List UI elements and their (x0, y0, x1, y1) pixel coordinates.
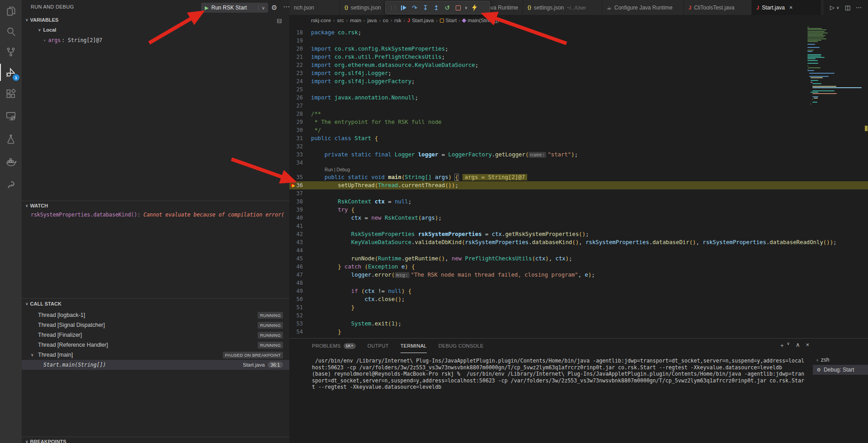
code-line-41[interactable]: 41 (289, 222, 868, 230)
breadcrumb-item[interactable]: src (337, 18, 344, 23)
code-line-53[interactable]: 53 System.exit(1); (289, 320, 868, 328)
restart-icon[interactable]: ↺ (442, 2, 453, 13)
code-line-45[interactable]: 45 runNode(Runtime.getRuntime(), new Pre… (289, 254, 868, 263)
code-line-49[interactable]: 49 if (ctx != null) { (289, 287, 868, 295)
call-stack-thread[interactable]: Thread [Finalizer]RUNNING (22, 330, 289, 340)
code-line-26[interactable]: 26import javax.annotation.Nonnull; (289, 94, 868, 102)
source-control-icon[interactable] (0, 42, 22, 62)
breadcrumb-item[interactable]: Start (440, 18, 457, 23)
breadcrumb-item[interactable]: main (350, 18, 361, 23)
call-stack-thread[interactable]: ∨Thread [main]PAUSED ON BREAKPOINT (22, 350, 289, 360)
call-stack-thread[interactable]: Thread [Signal Dispatcher]RUNNING (22, 320, 289, 330)
line-number[interactable]: 46 (289, 263, 311, 271)
code-line-36[interactable]: 36▶ setUpThread(Thread.currentThread()); (289, 181, 868, 189)
hot-code-replace-icon[interactable] (469, 2, 480, 13)
breadcrumb-item[interactable]: rskj-core (311, 18, 331, 23)
code-line-48[interactable]: 48 (289, 279, 868, 287)
breadcrumb-item[interactable]: co (383, 18, 388, 23)
panel-tab-problems[interactable]: PROBLEMS1K+ (312, 339, 356, 353)
line-number[interactable]: 50 (289, 295, 311, 303)
panel-tab-output[interactable]: OUTPUT (368, 339, 389, 353)
tab-clitoolstest-java[interactable]: JCliToolsTest.java (684, 0, 752, 15)
line-number[interactable]: 31 (289, 134, 311, 142)
step-into-icon[interactable]: ↧ (420, 2, 431, 13)
line-number[interactable]: 40 (289, 214, 311, 222)
line-number[interactable]: 53 (289, 320, 311, 328)
code-line-40[interactable]: 40 ctx = new RskContext(args); (289, 214, 868, 222)
new-terminal-icon[interactable]: ＋ (779, 341, 785, 349)
code-line-34[interactable]: 34 (289, 159, 868, 167)
line-number[interactable]: 42 (289, 230, 311, 238)
tab-settings-json[interactable]: {}settings.json~/.../User (523, 0, 602, 15)
line-number[interactable]: 28 (289, 110, 311, 118)
code-line-19[interactable]: 19 (289, 37, 868, 45)
code-line-28[interactable]: 28/** (289, 110, 868, 118)
breakpoints-section-header[interactable]: ∨ BREAKPOINTS (25, 439, 66, 443)
code-line-33[interactable]: 33 private static final Logger logger = … (289, 151, 868, 159)
line-number[interactable]: 39 (289, 206, 311, 214)
tab-start-java[interactable]: JStart.java× (752, 0, 821, 15)
code-line-25[interactable]: 25 (289, 85, 868, 94)
explorer-icon[interactable] (0, 1, 22, 22)
line-number[interactable]: 19 (289, 37, 311, 45)
terminal-chevron-icon[interactable]: ∨ (787, 341, 790, 349)
maximize-panel-icon[interactable]: ∧ (796, 341, 800, 349)
more-actions-icon[interactable]: ⋯ (283, 3, 290, 11)
line-number[interactable]: 54 (289, 328, 311, 336)
testing-icon[interactable] (0, 129, 22, 150)
codelens-run-debug[interactable]: Run | Debug (325, 167, 868, 173)
line-number[interactable]: 52 (289, 311, 311, 320)
run-file-icon[interactable]: ▷ (830, 4, 835, 11)
line-number[interactable]: 47 (289, 271, 311, 279)
code-line-37[interactable]: 37 (289, 189, 868, 198)
breadcrumb-item[interactable]: JStart.java (407, 18, 434, 23)
drag-handle-icon[interactable]: ⋮⋮ (389, 5, 397, 11)
stop-chevron-icon[interactable]: ∨ (463, 2, 469, 13)
close-icon[interactable]: × (789, 4, 793, 11)
line-number[interactable]: 34 (289, 159, 311, 167)
close-panel-icon[interactable]: × (806, 341, 809, 349)
watch-section-header[interactable]: ∨ WATCH (25, 203, 48, 208)
code-line-44[interactable]: 44 (289, 246, 868, 254)
docker-icon[interactable] (0, 151, 22, 172)
panel-tab-debug-console[interactable]: DEBUG CONSOLE (439, 339, 484, 353)
gradle-icon[interactable] (0, 174, 22, 195)
line-number[interactable]: 49 (289, 287, 311, 295)
tab-configure-java-runtime[interactable]: ☕Configure Java Runtime (602, 0, 684, 15)
code-line-30[interactable]: 30 */ (289, 126, 868, 134)
line-number[interactable]: 37 (289, 189, 311, 198)
variable-args[interactable]: › args: String[2]@7 (43, 37, 102, 43)
code-line-52[interactable]: 52 (289, 311, 868, 320)
panel-tab-terminal[interactable]: TERMINAL (401, 339, 427, 353)
code-line-22[interactable]: 22import org.ethereum.datasource.KeyValu… (289, 61, 868, 69)
code-line-27[interactable]: 27 (289, 102, 868, 110)
line-number[interactable]: 33 (289, 151, 311, 159)
collapse-all-icon[interactable]: ⊟ (277, 17, 282, 24)
line-number[interactable]: 21 (289, 53, 311, 61)
run-and-debug-icon[interactable]: 1 (0, 62, 22, 83)
breadcrumb-item[interactable]: main(String[]) (462, 18, 499, 23)
terminal-session-debug-start[interactable]: ⚙Debug: Start (813, 365, 868, 375)
line-number[interactable]: 26 (289, 94, 311, 102)
line-number[interactable]: 48 (289, 279, 311, 287)
breadcrumb-item[interactable]: rsk (394, 18, 401, 23)
line-number[interactable]: 20 (289, 45, 311, 53)
search-icon[interactable] (0, 21, 22, 42)
line-number[interactable]: 25 (289, 85, 311, 94)
terminal-output[interactable]: /usr/bin/env /Library/Internet\ Plug-Ins… (312, 358, 807, 391)
code-line-43[interactable]: 43 KeyValueDataSource.validateDbKind(rsk… (289, 238, 868, 246)
split-editor-icon[interactable]: ◫ (845, 4, 850, 11)
watch-expression[interactable]: rskSystemProperties.databaseKind(): Cann… (31, 212, 284, 218)
line-number[interactable]: 30 (289, 126, 311, 134)
code-line-35[interactable]: 35 public static void main(String[] args… (289, 173, 868, 181)
code-editor[interactable]: 18package co.rsk;1920import co.rsk.confi… (289, 26, 868, 338)
run-file-chevron-icon[interactable]: ∨ (836, 5, 840, 10)
line-number[interactable]: 43 (289, 238, 311, 246)
code-line-38[interactable]: 38 RskContext ctx = null; (289, 198, 868, 206)
line-number[interactable]: 45 (289, 254, 311, 263)
line-number[interactable]: 35 (289, 173, 311, 181)
call-stack-frame[interactable]: Start.main(String[])Start.java36:1 (22, 360, 289, 370)
breadcrumb-item[interactable]: java (367, 18, 377, 23)
remote-explorer-icon[interactable] (0, 106, 22, 127)
variables-scope-local[interactable]: ∨ Local (38, 27, 56, 33)
